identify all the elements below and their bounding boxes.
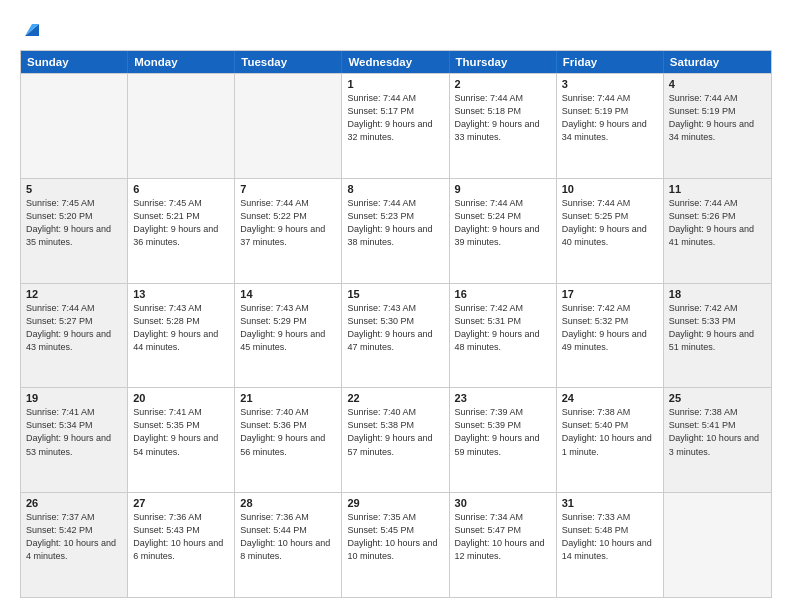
day-number: 23: [455, 392, 551, 404]
cal-cell-4-3: 29Sunrise: 7:35 AM Sunset: 5:45 PM Dayli…: [342, 493, 449, 597]
day-number: 16: [455, 288, 551, 300]
cell-info: Sunrise: 7:45 AM Sunset: 5:20 PM Dayligh…: [26, 197, 122, 249]
cal-cell-1-5: 10Sunrise: 7:44 AM Sunset: 5:25 PM Dayli…: [557, 179, 664, 283]
day-number: 9: [455, 183, 551, 195]
cal-cell-2-5: 17Sunrise: 7:42 AM Sunset: 5:32 PM Dayli…: [557, 284, 664, 388]
cal-cell-2-1: 13Sunrise: 7:43 AM Sunset: 5:28 PM Dayli…: [128, 284, 235, 388]
cal-row-2: 12Sunrise: 7:44 AM Sunset: 5:27 PM Dayli…: [21, 283, 771, 388]
cal-cell-3-0: 19Sunrise: 7:41 AM Sunset: 5:34 PM Dayli…: [21, 388, 128, 492]
day-number: 10: [562, 183, 658, 195]
cal-cell-3-6: 25Sunrise: 7:38 AM Sunset: 5:41 PM Dayli…: [664, 388, 771, 492]
cal-cell-3-4: 23Sunrise: 7:39 AM Sunset: 5:39 PM Dayli…: [450, 388, 557, 492]
day-number: 17: [562, 288, 658, 300]
calendar-body: 1Sunrise: 7:44 AM Sunset: 5:17 PM Daylig…: [21, 73, 771, 597]
day-number: 5: [26, 183, 122, 195]
day-number: 7: [240, 183, 336, 195]
cal-cell-4-0: 26Sunrise: 7:37 AM Sunset: 5:42 PM Dayli…: [21, 493, 128, 597]
cal-cell-2-6: 18Sunrise: 7:42 AM Sunset: 5:33 PM Dayli…: [664, 284, 771, 388]
calendar: SundayMondayTuesdayWednesdayThursdayFrid…: [20, 50, 772, 598]
logo-icon: [21, 18, 43, 40]
cal-cell-4-4: 30Sunrise: 7:34 AM Sunset: 5:47 PM Dayli…: [450, 493, 557, 597]
day-number: 21: [240, 392, 336, 404]
cell-info: Sunrise: 7:42 AM Sunset: 5:31 PM Dayligh…: [455, 302, 551, 354]
cal-header-wednesday: Wednesday: [342, 51, 449, 73]
day-number: 22: [347, 392, 443, 404]
cal-cell-0-4: 2Sunrise: 7:44 AM Sunset: 5:18 PM Daylig…: [450, 74, 557, 178]
cell-info: Sunrise: 7:44 AM Sunset: 5:19 PM Dayligh…: [669, 92, 766, 144]
cell-info: Sunrise: 7:44 AM Sunset: 5:19 PM Dayligh…: [562, 92, 658, 144]
day-number: 31: [562, 497, 658, 509]
cal-cell-1-6: 11Sunrise: 7:44 AM Sunset: 5:26 PM Dayli…: [664, 179, 771, 283]
day-number: 2: [455, 78, 551, 90]
cal-header-monday: Monday: [128, 51, 235, 73]
cell-info: Sunrise: 7:39 AM Sunset: 5:39 PM Dayligh…: [455, 406, 551, 458]
cal-header-saturday: Saturday: [664, 51, 771, 73]
cell-info: Sunrise: 7:44 AM Sunset: 5:26 PM Dayligh…: [669, 197, 766, 249]
cell-info: Sunrise: 7:44 AM Sunset: 5:23 PM Dayligh…: [347, 197, 443, 249]
calendar-header: SundayMondayTuesdayWednesdayThursdayFrid…: [21, 51, 771, 73]
cal-cell-4-6: [664, 493, 771, 597]
cal-cell-1-1: 6Sunrise: 7:45 AM Sunset: 5:21 PM Daylig…: [128, 179, 235, 283]
cal-row-0: 1Sunrise: 7:44 AM Sunset: 5:17 PM Daylig…: [21, 73, 771, 178]
cell-info: Sunrise: 7:44 AM Sunset: 5:27 PM Dayligh…: [26, 302, 122, 354]
cell-info: Sunrise: 7:42 AM Sunset: 5:33 PM Dayligh…: [669, 302, 766, 354]
cell-info: Sunrise: 7:43 AM Sunset: 5:28 PM Dayligh…: [133, 302, 229, 354]
cell-info: Sunrise: 7:43 AM Sunset: 5:29 PM Dayligh…: [240, 302, 336, 354]
cell-info: Sunrise: 7:37 AM Sunset: 5:42 PM Dayligh…: [26, 511, 122, 563]
cell-info: Sunrise: 7:38 AM Sunset: 5:40 PM Dayligh…: [562, 406, 658, 458]
cal-row-3: 19Sunrise: 7:41 AM Sunset: 5:34 PM Dayli…: [21, 387, 771, 492]
day-number: 19: [26, 392, 122, 404]
cal-cell-3-5: 24Sunrise: 7:38 AM Sunset: 5:40 PM Dayli…: [557, 388, 664, 492]
cal-cell-0-3: 1Sunrise: 7:44 AM Sunset: 5:17 PM Daylig…: [342, 74, 449, 178]
day-number: 25: [669, 392, 766, 404]
cal-cell-0-0: [21, 74, 128, 178]
cell-info: Sunrise: 7:44 AM Sunset: 5:24 PM Dayligh…: [455, 197, 551, 249]
cal-row-1: 5Sunrise: 7:45 AM Sunset: 5:20 PM Daylig…: [21, 178, 771, 283]
day-number: 15: [347, 288, 443, 300]
cell-info: Sunrise: 7:38 AM Sunset: 5:41 PM Dayligh…: [669, 406, 766, 458]
cal-cell-3-3: 22Sunrise: 7:40 AM Sunset: 5:38 PM Dayli…: [342, 388, 449, 492]
cal-cell-3-1: 20Sunrise: 7:41 AM Sunset: 5:35 PM Dayli…: [128, 388, 235, 492]
header: [20, 18, 772, 40]
cal-row-4: 26Sunrise: 7:37 AM Sunset: 5:42 PM Dayli…: [21, 492, 771, 597]
day-number: 8: [347, 183, 443, 195]
cal-header-friday: Friday: [557, 51, 664, 73]
cal-cell-1-4: 9Sunrise: 7:44 AM Sunset: 5:24 PM Daylig…: [450, 179, 557, 283]
cell-info: Sunrise: 7:41 AM Sunset: 5:34 PM Dayligh…: [26, 406, 122, 458]
cal-cell-1-2: 7Sunrise: 7:44 AM Sunset: 5:22 PM Daylig…: [235, 179, 342, 283]
page: SundayMondayTuesdayWednesdayThursdayFrid…: [0, 0, 792, 612]
day-number: 3: [562, 78, 658, 90]
cell-info: Sunrise: 7:42 AM Sunset: 5:32 PM Dayligh…: [562, 302, 658, 354]
day-number: 20: [133, 392, 229, 404]
cal-cell-4-1: 27Sunrise: 7:36 AM Sunset: 5:43 PM Dayli…: [128, 493, 235, 597]
cell-info: Sunrise: 7:44 AM Sunset: 5:22 PM Dayligh…: [240, 197, 336, 249]
cal-cell-4-5: 31Sunrise: 7:33 AM Sunset: 5:48 PM Dayli…: [557, 493, 664, 597]
cell-info: Sunrise: 7:44 AM Sunset: 5:17 PM Dayligh…: [347, 92, 443, 144]
cal-cell-0-5: 3Sunrise: 7:44 AM Sunset: 5:19 PM Daylig…: [557, 74, 664, 178]
day-number: 4: [669, 78, 766, 90]
day-number: 30: [455, 497, 551, 509]
cell-info: Sunrise: 7:36 AM Sunset: 5:44 PM Dayligh…: [240, 511, 336, 563]
cell-info: Sunrise: 7:44 AM Sunset: 5:18 PM Dayligh…: [455, 92, 551, 144]
day-number: 12: [26, 288, 122, 300]
cell-info: Sunrise: 7:36 AM Sunset: 5:43 PM Dayligh…: [133, 511, 229, 563]
cal-header-sunday: Sunday: [21, 51, 128, 73]
cell-info: Sunrise: 7:40 AM Sunset: 5:36 PM Dayligh…: [240, 406, 336, 458]
cal-cell-0-6: 4Sunrise: 7:44 AM Sunset: 5:19 PM Daylig…: [664, 74, 771, 178]
cal-cell-1-0: 5Sunrise: 7:45 AM Sunset: 5:20 PM Daylig…: [21, 179, 128, 283]
cal-cell-1-3: 8Sunrise: 7:44 AM Sunset: 5:23 PM Daylig…: [342, 179, 449, 283]
cell-info: Sunrise: 7:41 AM Sunset: 5:35 PM Dayligh…: [133, 406, 229, 458]
cell-info: Sunrise: 7:35 AM Sunset: 5:45 PM Dayligh…: [347, 511, 443, 563]
day-number: 18: [669, 288, 766, 300]
logo: [20, 18, 43, 40]
cal-cell-0-2: [235, 74, 342, 178]
cell-info: Sunrise: 7:44 AM Sunset: 5:25 PM Dayligh…: [562, 197, 658, 249]
day-number: 1: [347, 78, 443, 90]
day-number: 29: [347, 497, 443, 509]
day-number: 6: [133, 183, 229, 195]
day-number: 14: [240, 288, 336, 300]
cal-header-tuesday: Tuesday: [235, 51, 342, 73]
day-number: 27: [133, 497, 229, 509]
cell-info: Sunrise: 7:33 AM Sunset: 5:48 PM Dayligh…: [562, 511, 658, 563]
cell-info: Sunrise: 7:34 AM Sunset: 5:47 PM Dayligh…: [455, 511, 551, 563]
